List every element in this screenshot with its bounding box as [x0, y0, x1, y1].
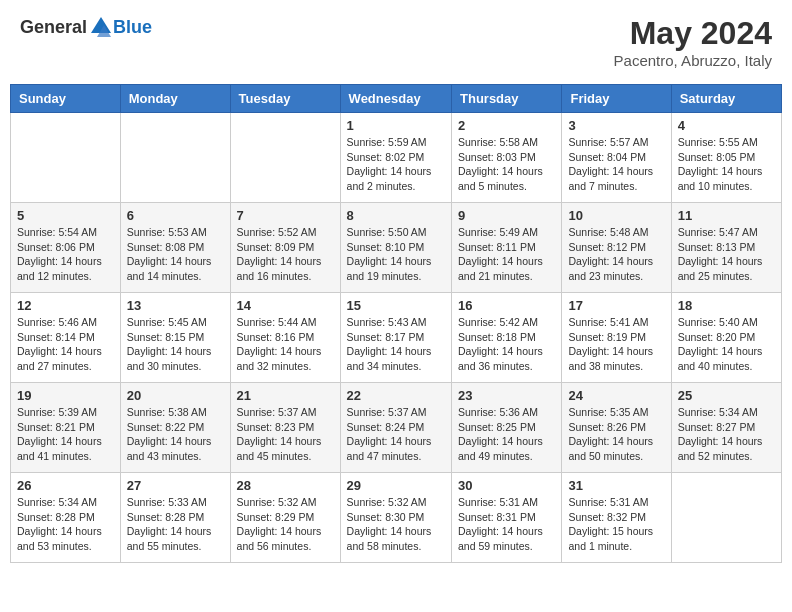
day-content: Sunrise: 5:39 AM Sunset: 8:21 PM Dayligh… — [17, 405, 114, 464]
calendar-cell: 16Sunrise: 5:42 AM Sunset: 8:18 PM Dayli… — [452, 293, 562, 383]
day-content: Sunrise: 5:32 AM Sunset: 8:29 PM Dayligh… — [237, 495, 334, 554]
calendar-week-row: 26Sunrise: 5:34 AM Sunset: 8:28 PM Dayli… — [11, 473, 782, 563]
day-content: Sunrise: 5:50 AM Sunset: 8:10 PM Dayligh… — [347, 225, 445, 284]
day-content: Sunrise: 5:36 AM Sunset: 8:25 PM Dayligh… — [458, 405, 555, 464]
calendar-cell: 27Sunrise: 5:33 AM Sunset: 8:28 PM Dayli… — [120, 473, 230, 563]
day-number: 19 — [17, 388, 114, 403]
calendar-cell: 18Sunrise: 5:40 AM Sunset: 8:20 PM Dayli… — [671, 293, 781, 383]
day-number: 4 — [678, 118, 775, 133]
page-header: General Blue May 2024 Pacentro, Abruzzo,… — [10, 10, 782, 74]
calendar-cell: 31Sunrise: 5:31 AM Sunset: 8:32 PM Dayli… — [562, 473, 671, 563]
day-number: 22 — [347, 388, 445, 403]
calendar-cell: 17Sunrise: 5:41 AM Sunset: 8:19 PM Dayli… — [562, 293, 671, 383]
calendar-week-row: 1Sunrise: 5:59 AM Sunset: 8:02 PM Daylig… — [11, 113, 782, 203]
weekday-header-thursday: Thursday — [452, 85, 562, 113]
calendar-cell: 19Sunrise: 5:39 AM Sunset: 8:21 PM Dayli… — [11, 383, 121, 473]
weekday-header-monday: Monday — [120, 85, 230, 113]
day-content: Sunrise: 5:55 AM Sunset: 8:05 PM Dayligh… — [678, 135, 775, 194]
calendar-cell: 28Sunrise: 5:32 AM Sunset: 8:29 PM Dayli… — [230, 473, 340, 563]
day-content: Sunrise: 5:37 AM Sunset: 8:23 PM Dayligh… — [237, 405, 334, 464]
calendar-table: SundayMondayTuesdayWednesdayThursdayFrid… — [10, 84, 782, 563]
calendar-cell: 6Sunrise: 5:53 AM Sunset: 8:08 PM Daylig… — [120, 203, 230, 293]
day-number: 3 — [568, 118, 664, 133]
calendar-cell: 8Sunrise: 5:50 AM Sunset: 8:10 PM Daylig… — [340, 203, 451, 293]
logo-general: General — [20, 17, 87, 38]
day-number: 28 — [237, 478, 334, 493]
calendar-cell: 11Sunrise: 5:47 AM Sunset: 8:13 PM Dayli… — [671, 203, 781, 293]
calendar-cell: 23Sunrise: 5:36 AM Sunset: 8:25 PM Dayli… — [452, 383, 562, 473]
day-number: 15 — [347, 298, 445, 313]
weekday-header-saturday: Saturday — [671, 85, 781, 113]
day-number: 25 — [678, 388, 775, 403]
day-number: 2 — [458, 118, 555, 133]
day-number: 10 — [568, 208, 664, 223]
day-number: 14 — [237, 298, 334, 313]
day-content: Sunrise: 5:52 AM Sunset: 8:09 PM Dayligh… — [237, 225, 334, 284]
day-content: Sunrise: 5:47 AM Sunset: 8:13 PM Dayligh… — [678, 225, 775, 284]
calendar-cell: 3Sunrise: 5:57 AM Sunset: 8:04 PM Daylig… — [562, 113, 671, 203]
calendar-cell: 26Sunrise: 5:34 AM Sunset: 8:28 PM Dayli… — [11, 473, 121, 563]
day-content: Sunrise: 5:45 AM Sunset: 8:15 PM Dayligh… — [127, 315, 224, 374]
day-number: 29 — [347, 478, 445, 493]
day-number: 17 — [568, 298, 664, 313]
calendar-cell: 12Sunrise: 5:46 AM Sunset: 8:14 PM Dayli… — [11, 293, 121, 383]
calendar-cell: 22Sunrise: 5:37 AM Sunset: 8:24 PM Dayli… — [340, 383, 451, 473]
day-number: 5 — [17, 208, 114, 223]
day-content: Sunrise: 5:53 AM Sunset: 8:08 PM Dayligh… — [127, 225, 224, 284]
calendar-cell: 14Sunrise: 5:44 AM Sunset: 8:16 PM Dayli… — [230, 293, 340, 383]
weekday-header-wednesday: Wednesday — [340, 85, 451, 113]
weekday-header-row: SundayMondayTuesdayWednesdayThursdayFrid… — [11, 85, 782, 113]
calendar-cell: 13Sunrise: 5:45 AM Sunset: 8:15 PM Dayli… — [120, 293, 230, 383]
logo-blue: Blue — [113, 17, 152, 38]
day-content: Sunrise: 5:40 AM Sunset: 8:20 PM Dayligh… — [678, 315, 775, 374]
calendar-cell: 24Sunrise: 5:35 AM Sunset: 8:26 PM Dayli… — [562, 383, 671, 473]
calendar-cell: 10Sunrise: 5:48 AM Sunset: 8:12 PM Dayli… — [562, 203, 671, 293]
day-content: Sunrise: 5:44 AM Sunset: 8:16 PM Dayligh… — [237, 315, 334, 374]
title-block: May 2024 Pacentro, Abruzzo, Italy — [614, 15, 772, 69]
day-content: Sunrise: 5:34 AM Sunset: 8:27 PM Dayligh… — [678, 405, 775, 464]
location-subtitle: Pacentro, Abruzzo, Italy — [614, 52, 772, 69]
day-content: Sunrise: 5:59 AM Sunset: 8:02 PM Dayligh… — [347, 135, 445, 194]
day-number: 26 — [17, 478, 114, 493]
day-content: Sunrise: 5:34 AM Sunset: 8:28 PM Dayligh… — [17, 495, 114, 554]
day-content: Sunrise: 5:38 AM Sunset: 8:22 PM Dayligh… — [127, 405, 224, 464]
calendar-cell: 21Sunrise: 5:37 AM Sunset: 8:23 PM Dayli… — [230, 383, 340, 473]
day-number: 24 — [568, 388, 664, 403]
day-number: 12 — [17, 298, 114, 313]
calendar-cell: 30Sunrise: 5:31 AM Sunset: 8:31 PM Dayli… — [452, 473, 562, 563]
day-number: 20 — [127, 388, 224, 403]
day-number: 30 — [458, 478, 555, 493]
day-number: 31 — [568, 478, 664, 493]
day-number: 27 — [127, 478, 224, 493]
day-number: 21 — [237, 388, 334, 403]
logo: General Blue — [20, 15, 152, 39]
day-number: 11 — [678, 208, 775, 223]
day-content: Sunrise: 5:54 AM Sunset: 8:06 PM Dayligh… — [17, 225, 114, 284]
day-content: Sunrise: 5:49 AM Sunset: 8:11 PM Dayligh… — [458, 225, 555, 284]
calendar-week-row: 19Sunrise: 5:39 AM Sunset: 8:21 PM Dayli… — [11, 383, 782, 473]
calendar-cell: 25Sunrise: 5:34 AM Sunset: 8:27 PM Dayli… — [671, 383, 781, 473]
calendar-cell: 15Sunrise: 5:43 AM Sunset: 8:17 PM Dayli… — [340, 293, 451, 383]
calendar-cell: 7Sunrise: 5:52 AM Sunset: 8:09 PM Daylig… — [230, 203, 340, 293]
calendar-cell — [671, 473, 781, 563]
day-number: 13 — [127, 298, 224, 313]
day-content: Sunrise: 5:46 AM Sunset: 8:14 PM Dayligh… — [17, 315, 114, 374]
month-year-title: May 2024 — [614, 15, 772, 52]
logo-icon — [89, 15, 113, 39]
day-content: Sunrise: 5:31 AM Sunset: 8:32 PM Dayligh… — [568, 495, 664, 554]
day-content: Sunrise: 5:48 AM Sunset: 8:12 PM Dayligh… — [568, 225, 664, 284]
day-content: Sunrise: 5:57 AM Sunset: 8:04 PM Dayligh… — [568, 135, 664, 194]
day-content: Sunrise: 5:33 AM Sunset: 8:28 PM Dayligh… — [127, 495, 224, 554]
day-number: 6 — [127, 208, 224, 223]
calendar-week-row: 5Sunrise: 5:54 AM Sunset: 8:06 PM Daylig… — [11, 203, 782, 293]
calendar-cell: 5Sunrise: 5:54 AM Sunset: 8:06 PM Daylig… — [11, 203, 121, 293]
calendar-week-row: 12Sunrise: 5:46 AM Sunset: 8:14 PM Dayli… — [11, 293, 782, 383]
day-content: Sunrise: 5:35 AM Sunset: 8:26 PM Dayligh… — [568, 405, 664, 464]
calendar-cell — [230, 113, 340, 203]
weekday-header-sunday: Sunday — [11, 85, 121, 113]
day-content: Sunrise: 5:32 AM Sunset: 8:30 PM Dayligh… — [347, 495, 445, 554]
day-number: 23 — [458, 388, 555, 403]
calendar-cell — [11, 113, 121, 203]
calendar-cell: 2Sunrise: 5:58 AM Sunset: 8:03 PM Daylig… — [452, 113, 562, 203]
weekday-header-tuesday: Tuesday — [230, 85, 340, 113]
